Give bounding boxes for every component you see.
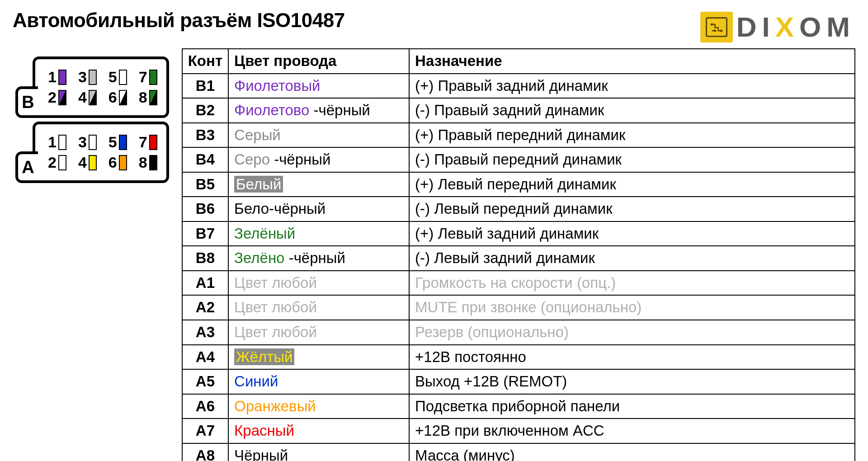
table-row: B3Серый(+) Правый передний динамик [182, 123, 855, 148]
cell-color: Зелёно -чёрный [228, 246, 409, 271]
pin-swatch-icon [58, 155, 66, 170]
cell-color: Красный [228, 419, 409, 443]
connector-pin: 1 [48, 133, 66, 151]
table-row: B8Зелёно -чёрный(-) Левый задний динамик [182, 246, 855, 271]
pin-swatch-icon [149, 135, 157, 150]
brand-text: DIXOM [736, 11, 855, 43]
cell-pin: A4 [182, 345, 228, 370]
table-row: A6ОранжевыйПодсветка приборной панели [182, 394, 855, 419]
pinout-table: Конт Цвет провода Назначение B1Фиолетовы… [182, 48, 855, 461]
cell-func: Масса (минус) [409, 443, 855, 461]
pin-swatch-icon [119, 135, 127, 150]
table-row: A8ЧёрныйМасса (минус) [182, 443, 855, 461]
cell-color: Фиолетово -чёрный [228, 98, 409, 123]
cell-func: (-) Левый задний динамик [409, 246, 855, 271]
connector-pin: 2 [48, 154, 66, 171]
cell-func: (+) Правый задний динамик [409, 74, 855, 99]
cell-func: (+) Правый передний динамик [409, 123, 855, 148]
cell-pin: B6 [182, 197, 228, 221]
connector-pin: 6 [108, 154, 127, 171]
cell-color: Цвет любой [228, 320, 409, 345]
page-title: Автомобильный разъём ISO10487 [13, 9, 345, 32]
pin-swatch-icon [89, 70, 97, 85]
table-row: A5СинийВыход +12В (REMOT) [182, 369, 855, 394]
pin-swatch-icon [58, 135, 66, 150]
connector-pin: 4 [78, 154, 97, 171]
cell-func: (-) Правый задний динамик [409, 98, 855, 123]
pin-swatch-icon [58, 90, 66, 105]
cell-pin: B2 [182, 98, 228, 123]
table-row: A3Цвет любойРезерв (опционально) [182, 320, 855, 345]
svg-point-0 [711, 23, 713, 25]
cell-func: +12В при включенном ACC [409, 419, 855, 443]
cell-pin: B4 [182, 147, 228, 172]
cell-func: (-) Правый передний динамик [409, 147, 855, 172]
pin-swatch-icon [149, 90, 157, 105]
cell-pin: A2 [182, 295, 228, 320]
cell-color: Серый [228, 123, 409, 148]
block-label-b: B [15, 86, 38, 118]
cell-func: Подсветка приборной панели [409, 394, 855, 419]
connector-pin: 1 [48, 68, 66, 86]
connector-pin: 7 [139, 68, 157, 86]
brand-logo: DIXOM [700, 11, 855, 43]
table-row: A4Жёлтый+12В постоянно [182, 345, 855, 370]
table-row: A7Красный+12В при включенном ACC [182, 419, 855, 443]
connector-pin: 8 [139, 89, 157, 106]
connector-pin: 6 [108, 89, 127, 106]
cell-color: Цвет любой [228, 271, 409, 296]
connector-pin: 4 [78, 89, 97, 106]
cell-func: Громкость на скорости (опц.) [409, 271, 855, 296]
cell-color: Фиолетовый [228, 74, 409, 99]
cell-pin: B5 [182, 172, 228, 197]
pin-swatch-icon [149, 155, 157, 170]
cell-pin: A1 [182, 271, 228, 296]
col-header-color: Цвет провода [228, 49, 409, 74]
cell-pin: A6 [182, 394, 228, 419]
cell-pin: A5 [182, 369, 228, 394]
table-row: B6Бело-чёрный(-) Левый передний динамик [182, 197, 855, 221]
pin-swatch-icon [58, 70, 66, 85]
table-row: B1Фиолетовый(+) Правый задний динамик [182, 74, 855, 99]
svg-point-1 [720, 29, 722, 32]
cell-color: Зелёный [228, 221, 409, 246]
cell-func: Выход +12В (REMOT) [409, 369, 855, 394]
table-row: A1Цвет любойГромкость на скорости (опц.) [182, 271, 855, 296]
col-header-func: Назначение [409, 49, 855, 74]
col-header-pin: Конт [182, 49, 228, 74]
connector-pin: 8 [139, 154, 157, 171]
table-row: B2Фиолетово -чёрный(-) Правый задний дин… [182, 98, 855, 123]
cell-color: Белый [228, 172, 409, 197]
cell-color: Серо -чёрный [228, 147, 409, 172]
cell-func: (+) Левый задний динамик [409, 221, 855, 246]
cell-func: Резерв (опционально) [409, 320, 855, 345]
pin-swatch-icon [89, 155, 97, 170]
cell-color: Синий [228, 369, 409, 394]
cell-pin: B3 [182, 123, 228, 148]
connector-pin: 7 [139, 133, 157, 151]
cell-pin: A8 [182, 443, 228, 461]
cell-pin: A3 [182, 320, 228, 345]
connector-pin: 2 [48, 89, 66, 106]
table-row: A2Цвет любойMUTE при звонке (опционально… [182, 295, 855, 320]
connector-block-a: A 1357 2468 [33, 122, 169, 183]
chip-icon [700, 12, 733, 42]
cell-color: Чёрный [228, 443, 409, 461]
cell-pin: A7 [182, 419, 228, 443]
cell-pin: B7 [182, 221, 228, 246]
table-row: B7Зелёный(+) Левый задний динамик [182, 221, 855, 246]
connector-pin: 5 [108, 68, 127, 86]
cell-func: (+) Левый передний динамик [409, 172, 855, 197]
pin-swatch-icon [119, 70, 127, 85]
cell-color: Цвет любой [228, 295, 409, 320]
cell-color: Оранжевый [228, 394, 409, 419]
connector-pin: 3 [78, 68, 97, 86]
pin-swatch-icon [89, 90, 97, 105]
connector-diagram: B 1357 2468 A 1357 2468 [33, 56, 169, 187]
block-label-a: A [15, 151, 38, 183]
connector-pin: 5 [108, 133, 127, 151]
cell-pin: B1 [182, 74, 228, 99]
cell-color: Жёлтый [228, 345, 409, 370]
pin-swatch-icon [119, 155, 127, 170]
cell-func: (-) Левый передний динамик [409, 197, 855, 221]
